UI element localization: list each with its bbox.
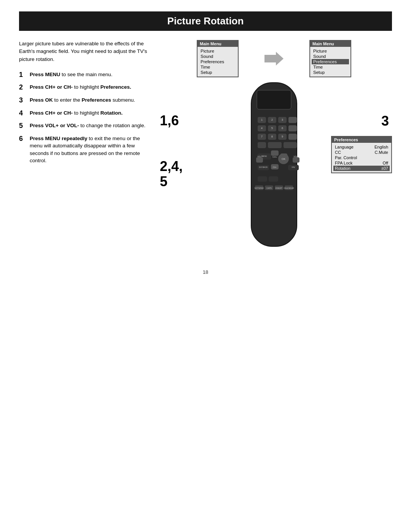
step-1: 1 Press MENU to see the main menu.	[19, 71, 148, 79]
menu2-item-preferences: Preferences	[312, 59, 349, 64]
menu-item-picture: Picture	[201, 48, 235, 54]
prefs-label-cc: CC	[335, 150, 341, 155]
svg-text:CAPS: CAPS	[266, 187, 272, 189]
svg-text:CH+: CH+	[272, 156, 277, 158]
svg-text:1: 1	[261, 118, 263, 121]
step-1-number: 1	[19, 71, 27, 79]
prefs-row-fpalock: FPA Lock Off	[335, 160, 388, 166]
step-6-text: Press MENU repeatedly to exit the menu o…	[30, 135, 148, 165]
remote-illustration: 1 2 3 4 5 6 7 8 9 CH+ OK CH- VOL- VOL+ M…	[230, 79, 318, 254]
prefs-box-container: Preferences Language English CC C.Mute	[331, 132, 392, 173]
step-4-number: 4	[19, 109, 27, 118]
main-menu-box-1: Main Menu Picture Sound Preferences Time…	[197, 40, 239, 77]
svg-rect-6	[288, 117, 297, 123]
svg-text:8: 8	[271, 135, 273, 138]
right-column: Main Menu Picture Sound Preferences Time…	[156, 40, 392, 254]
step-4-text: Press CH+ or CH- to highlight Rotation.	[30, 109, 123, 117]
svg-text:CALENDAR: CALENDAR	[284, 187, 294, 189]
step-2-text: Press CH+ or CH- to highlight Preference…	[30, 83, 131, 91]
svg-text:7: 7	[261, 135, 263, 138]
main-menu-1-body: Picture Sound Preferences Time Setup	[198, 47, 238, 77]
svg-text:GO BACK: GO BACK	[259, 166, 268, 168]
prefs-menu-box: Preferences Language English CC C.Mute	[331, 136, 392, 173]
menu2-item-setup: Setup	[313, 70, 347, 75]
svg-text:5: 5	[271, 127, 273, 129]
svg-rect-26	[293, 157, 299, 163]
prefs-label-language: Language	[335, 145, 354, 149]
svg-rect-19	[271, 150, 279, 156]
prefs-value-rotation: ±07	[381, 166, 388, 171]
step-label-3: 3	[381, 113, 389, 129]
main-menu-2-header: Main Menu	[310, 41, 350, 47]
svg-text:3: 3	[282, 118, 283, 121]
step-4: 4 Press CH+ or CH- to highlight Rotation…	[19, 109, 148, 118]
prefs-row-cc: CC C.Mute	[335, 150, 388, 155]
step-5: 5 Press VOL+ or VOL- to change the rotat…	[19, 122, 148, 130]
svg-text:MENU: MENU	[261, 155, 267, 157]
prefs-box-header: Preferences	[332, 137, 391, 143]
menu-item-sound: Sound	[201, 54, 235, 59]
remote-area: 1,6 2,4,5 3	[156, 79, 392, 254]
step-label-16: 1,6	[160, 113, 179, 128]
prefs-label-rotation: Rotation	[335, 166, 350, 171]
prefs-row-parcontrol: Par. Control	[335, 155, 388, 160]
step-6: 6 Press MENU repeatedly to exit the menu…	[19, 135, 148, 165]
main-content: Larger picture tubes are vulnerable to t…	[19, 40, 392, 254]
main-menu-2-body: Picture Sound Preferences Time Setup	[310, 47, 350, 77]
menu-item-preferences: Preferences	[201, 59, 235, 64]
svg-rect-10	[288, 125, 297, 131]
main-menu-1-header: Main Menu	[198, 41, 238, 47]
prefs-box-body: Language English CC C.Mute Par. Control	[332, 143, 391, 173]
step-3-text: Press OK to enter the Preferences submen…	[30, 96, 135, 104]
svg-marker-0	[264, 52, 284, 66]
step-5-number: 5	[19, 122, 27, 130]
intro-text: Larger picture tubes are vulnerable to t…	[19, 40, 148, 63]
svg-rect-2	[257, 90, 291, 109]
svg-rect-28	[269, 176, 278, 182]
page-container: Picture Rotation Larger picture tubes ar…	[0, 11, 411, 275]
prefs-value-cc: C.Mute	[375, 150, 388, 155]
page-title: Picture Rotation	[19, 11, 392, 31]
svg-text:9: 9	[282, 135, 283, 138]
svg-text:CH-: CH-	[273, 166, 277, 168]
svg-rect-25	[256, 157, 263, 163]
svg-text:FAV: FAV	[292, 166, 295, 168]
step-label-245: 2,4,5	[160, 159, 183, 189]
step-3: 3 Press OK to enter the Preferences subm…	[19, 96, 148, 105]
step-6-number: 6	[19, 135, 27, 143]
menu-arrow	[264, 40, 284, 77]
prefs-row-rotation: Rotation ±07	[333, 166, 390, 171]
svg-text:OK: OK	[282, 158, 285, 160]
prefs-label-parcontrol: Par. Control	[335, 155, 357, 160]
prefs-label-fpalock: FPA Lock	[335, 161, 352, 165]
svg-text:INSERT: INSERT	[276, 187, 282, 189]
svg-text:2: 2	[271, 118, 273, 121]
step-1-text: Press MENU to see the main menu.	[30, 71, 113, 78]
svg-text:6: 6	[282, 127, 283, 129]
prefs-value-fpalock: Off	[383, 161, 388, 165]
page-number: 18	[0, 269, 411, 275]
menu-item-setup: Setup	[201, 70, 235, 75]
step-2: 2 Press CH+ or CH- to highlight Preferen…	[19, 83, 148, 92]
steps-list: 1 Press MENU to see the main menu. 2 Pre…	[19, 71, 148, 165]
menu2-item-time: Time	[313, 64, 347, 70]
step-3-number: 3	[19, 96, 27, 105]
left-column: Larger picture tubes are vulnerable to t…	[19, 40, 148, 254]
menu-item-time: Time	[201, 64, 235, 70]
prefs-row-language: Language English	[335, 144, 388, 150]
svg-rect-15	[258, 142, 266, 148]
svg-rect-14	[288, 134, 297, 140]
svg-rect-16	[268, 142, 282, 148]
prefs-value-language: English	[374, 145, 388, 149]
step-5-text: Press VOL+ or VOL- to change the rotatio…	[30, 122, 145, 129]
step-2-number: 2	[19, 83, 27, 92]
svg-rect-27	[258, 176, 267, 182]
svg-text:4: 4	[261, 127, 263, 129]
svg-text:VOL+: VOL+	[294, 155, 299, 158]
menu2-item-picture: Picture	[313, 48, 347, 54]
upper-menus-area: Main Menu Picture Sound Preferences Time…	[156, 40, 392, 77]
svg-text:NOTEPAD: NOTEPAD	[255, 187, 264, 189]
svg-rect-17	[284, 142, 297, 148]
menu2-item-sound: Sound	[313, 54, 347, 59]
main-menu-box-2: Main Menu Picture Sound Preferences Time…	[309, 40, 351, 77]
